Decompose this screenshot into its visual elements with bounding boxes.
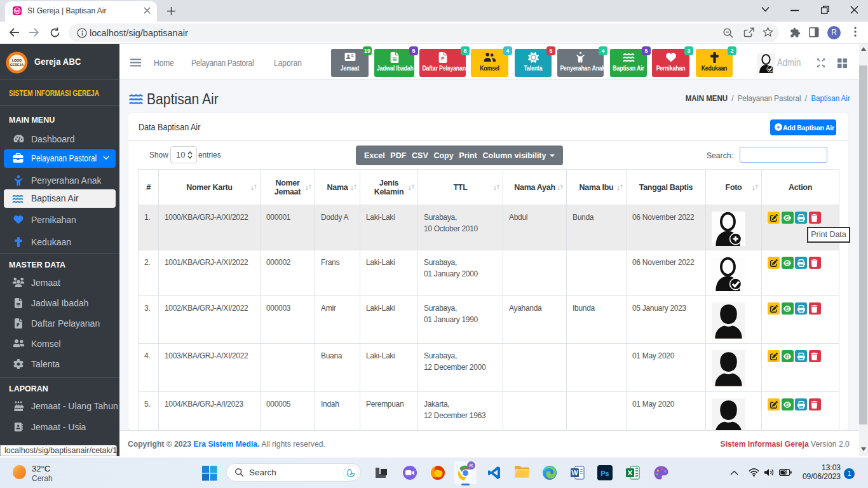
svg-text:Ps: Ps: [600, 470, 609, 477]
svg-text:P: P: [441, 56, 445, 62]
svg-text:GEREJA: GEREJA: [10, 63, 24, 67]
svg-text:W: W: [571, 469, 578, 477]
svg-text:LOGO: LOGO: [12, 58, 22, 62]
